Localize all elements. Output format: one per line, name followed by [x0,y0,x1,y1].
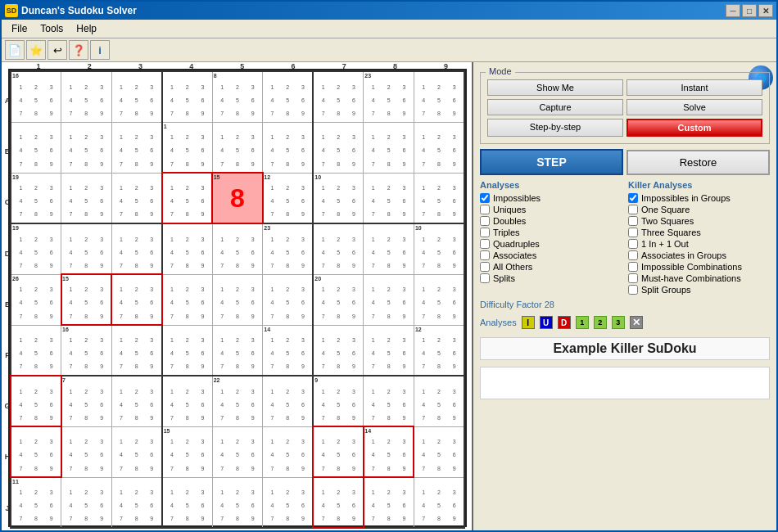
cell-8-5[interactable]: 123456789 [263,477,314,528]
cell-7-5[interactable]: 123456789 [263,426,314,477]
cell-7-3[interactable]: 15123456789 [162,426,213,477]
cell-1-1[interactable]: 123456789 [61,122,112,173]
check-splits-input[interactable] [480,273,490,283]
cell-4-6[interactable]: 20123456789 [313,274,364,325]
cell-8-2[interactable]: 123456789 [111,477,162,528]
check-impossibles[interactable]: Impossibles [480,193,622,203]
cell-1-5[interactable]: 123456789 [263,122,314,173]
cell-8-1[interactable]: 123456789 [61,477,112,528]
cell-6-0[interactable]: 123456789 [11,376,61,426]
cell-2-5[interactable]: 12123456789 [263,173,314,223]
cell-4-4[interactable]: 123456789 [212,274,263,325]
check-split-groups[interactable]: Split Groups [628,285,770,295]
cell-3-6[interactable]: 123456789 [313,223,364,274]
cell-1-8[interactable]: 123456789 [414,122,464,173]
help-button[interactable]: ❓ [69,40,88,60]
restore-button[interactable]: Restore [626,150,770,175]
cell-6-1[interactable]: 7123456789 [61,376,112,426]
check-triples[interactable]: Triples [480,228,622,237]
cell-7-7[interactable]: 14123456789 [364,426,414,477]
cell-7-6[interactable]: 123456789 [313,426,364,477]
cell-1-7[interactable]: 123456789 [364,122,414,173]
check-1in1out-input[interactable] [628,239,638,249]
check-three-squares-input[interactable] [628,228,638,237]
cell-5-7[interactable]: 123456789 [364,325,414,376]
cell-3-8[interactable]: 10123456789 [414,223,464,274]
check-uniques[interactable]: Uniques [480,205,622,214]
menu-help[interactable]: Help [70,21,103,36]
check-all-others-input[interactable] [480,262,490,272]
check-doubles[interactable]: Doubles [480,216,622,226]
cell-2-1[interactable]: 123456789 [61,173,112,223]
cell-7-2[interactable]: 123456789 [111,426,162,477]
cell-8-8[interactable]: 123456789 [414,477,464,528]
minimize-button[interactable]: ─ [726,4,740,17]
cell-5-6[interactable]: 123456789 [313,325,364,376]
check-must-have-combinations[interactable]: Must-have Combinations [628,273,770,283]
cell-1-2[interactable]: 123456789 [111,122,162,173]
new-button[interactable]: 📄 [5,40,25,60]
cell-0-8[interactable]: 123456789 [414,71,464,122]
cell-1-6[interactable]: 123456789 [313,122,364,173]
check-uniques-input[interactable] [480,205,490,214]
check-doubles-input[interactable] [480,216,490,226]
cell-2-3[interactable]: 123456789 [162,173,213,223]
custom-button[interactable]: Custom [626,119,762,137]
check-splits[interactable]: Splits [480,273,622,283]
cell-0-5[interactable]: 123456789 [263,71,314,122]
check-triples-input[interactable] [480,228,490,237]
check-impossibles-input[interactable] [480,193,490,203]
cell-8-7[interactable]: 123456789 [364,477,414,528]
cell-0-1[interactable]: 123456789 [61,71,112,122]
cell-0-0[interactable]: 16123456789 [11,71,61,122]
check-one-square[interactable]: One Square [628,205,770,214]
menu-file[interactable]: File [5,21,34,36]
cell-7-1[interactable]: 123456789 [61,426,112,477]
cell-2-2[interactable]: 123456789 [111,173,162,223]
check-associates-groups-input[interactable] [628,250,638,260]
cell-0-3[interactable]: 123456789 [162,71,213,122]
cell-4-8[interactable]: 123456789 [414,274,464,325]
check-associates[interactable]: Associates [480,250,622,260]
check-impossible-combinations-input[interactable] [628,262,638,272]
check-associates-groups[interactable]: Associates in Groups [628,250,770,260]
check-two-squares[interactable]: Two Squares [628,216,770,226]
check-two-squares-input[interactable] [628,216,638,226]
check-three-squares[interactable]: Three Squares [628,228,770,237]
cell-7-4[interactable]: 123456789 [212,426,263,477]
sudoku-grid[interactable]: 1612345678912345678912345678912345678981… [8,69,467,527]
cell-5-2[interactable]: 123456789 [111,325,162,376]
cell-6-6[interactable]: 9123456789 [313,376,364,426]
undo-button[interactable]: ↩ [47,40,67,60]
cell-2-0[interactable]: 19123456789 [11,173,61,223]
cell-0-2[interactable]: 123456789 [111,71,162,122]
menu-tools[interactable]: Tools [34,21,70,36]
cell-8-0[interactable]: 11123456789 [11,477,61,528]
solve-button[interactable]: Solve [626,99,762,115]
cell-2-8[interactable]: 123456789 [414,173,464,223]
cell-3-1[interactable]: 123456789 [61,223,112,274]
cell-8-4[interactable]: 123456789 [212,477,263,528]
cell-6-3[interactable]: 123456789 [162,376,213,426]
cell-6-5[interactable]: 123456789 [263,376,314,426]
cell-5-8[interactable]: 12123456789 [414,325,464,376]
cell-1-4[interactable]: 123456789 [212,122,263,173]
check-impossibles-groups[interactable]: Impossibles in Groups [628,193,770,203]
check-associates-input[interactable] [480,250,490,260]
cell-7-8[interactable]: 123456789 [414,426,464,477]
check-one-square-input[interactable] [628,205,638,214]
cell-5-0[interactable]: 123456789 [11,325,61,376]
step-by-step-button[interactable]: Step-by-step [487,119,623,137]
instant-button[interactable]: Instant [626,79,762,96]
cell-4-2[interactable]: 123456789 [111,274,162,325]
check-impossibles-groups-input[interactable] [628,193,638,203]
cell-5-1[interactable]: 16123456789 [61,325,112,376]
info-button[interactable]: i [90,40,110,60]
cell-6-7[interactable]: 123456789 [364,376,414,426]
close-button[interactable]: ✕ [758,4,773,17]
check-quadruples-input[interactable] [480,239,490,249]
star-button[interactable]: ⭐ [26,40,46,60]
show-me-button[interactable]: Show Me [487,79,623,96]
cell-5-3[interactable]: 123456789 [162,325,213,376]
cell-7-0[interactable]: 123456789 [11,426,61,477]
